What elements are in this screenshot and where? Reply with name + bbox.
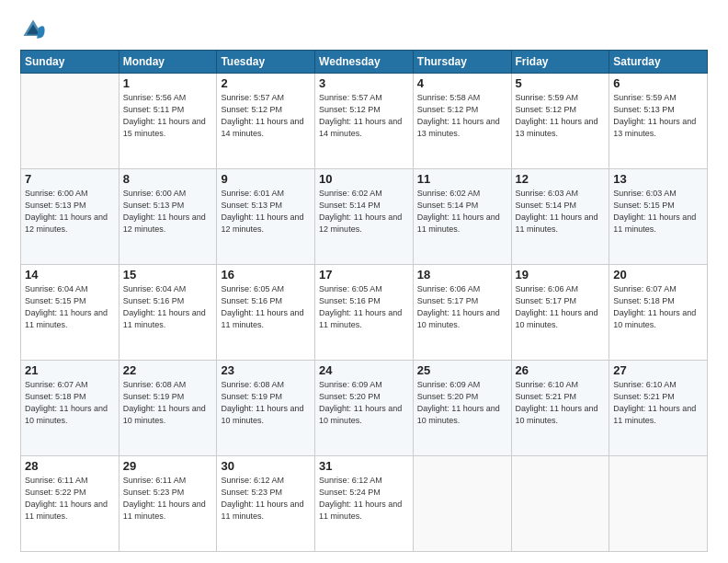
day-detail: Sunrise: 6:12 AMSunset: 5:23 PMDaylight:… — [221, 475, 311, 523]
day-detail: Sunrise: 6:00 AMSunset: 5:13 PMDaylight:… — [123, 188, 213, 236]
day-detail: Sunrise: 5:57 AMSunset: 5:12 PMDaylight:… — [319, 92, 409, 140]
day-detail: Sunrise: 6:02 AMSunset: 5:14 PMDaylight:… — [319, 188, 409, 236]
header — [20, 17, 708, 42]
day-detail: Sunrise: 6:12 AMSunset: 5:24 PMDaylight:… — [319, 475, 409, 523]
logo — [20, 17, 50, 42]
day-detail: Sunrise: 6:11 AMSunset: 5:22 PMDaylight:… — [25, 475, 115, 523]
calendar-week-row: 21Sunrise: 6:07 AMSunset: 5:18 PMDayligh… — [21, 361, 708, 456]
calendar-cell: 2Sunrise: 5:57 AMSunset: 5:12 PMDaylight… — [217, 74, 315, 169]
calendar-cell: 13Sunrise: 6:03 AMSunset: 5:15 PMDayligh… — [609, 169, 708, 265]
day-number: 12 — [516, 172, 606, 186]
day-number: 26 — [516, 363, 606, 377]
day-detail: Sunrise: 6:10 AMSunset: 5:21 PMDaylight:… — [613, 379, 703, 427]
calendar-cell — [413, 456, 511, 552]
calendar-week-row: 28Sunrise: 6:11 AMSunset: 5:22 PMDayligh… — [21, 456, 708, 552]
day-number: 1 — [123, 76, 213, 90]
calendar-cell — [511, 456, 609, 552]
day-number: 29 — [123, 459, 213, 473]
day-number: 18 — [417, 268, 507, 282]
day-number: 2 — [221, 76, 311, 90]
weekday-header: Saturday — [609, 51, 708, 74]
day-detail: Sunrise: 6:08 AMSunset: 5:19 PMDaylight:… — [221, 379, 311, 427]
calendar-cell: 23Sunrise: 6:08 AMSunset: 5:19 PMDayligh… — [217, 361, 315, 456]
day-detail: Sunrise: 6:05 AMSunset: 5:16 PMDaylight:… — [221, 283, 311, 331]
day-detail: Sunrise: 6:07 AMSunset: 5:18 PMDaylight:… — [613, 283, 703, 331]
day-detail: Sunrise: 6:00 AMSunset: 5:13 PMDaylight:… — [25, 188, 115, 236]
calendar-cell: 22Sunrise: 6:08 AMSunset: 5:19 PMDayligh… — [119, 361, 217, 456]
day-number: 28 — [25, 459, 115, 473]
logo-icon — [20, 17, 46, 42]
day-number: 15 — [123, 268, 213, 282]
day-detail: Sunrise: 6:03 AMSunset: 5:15 PMDaylight:… — [613, 188, 703, 236]
calendar-cell: 12Sunrise: 6:03 AMSunset: 5:14 PMDayligh… — [511, 169, 609, 265]
day-number: 27 — [613, 363, 703, 377]
calendar-cell: 16Sunrise: 6:05 AMSunset: 5:16 PMDayligh… — [217, 265, 315, 361]
day-number: 7 — [25, 172, 115, 186]
day-detail: Sunrise: 6:04 AMSunset: 5:15 PMDaylight:… — [25, 283, 115, 331]
calendar-cell: 29Sunrise: 6:11 AMSunset: 5:23 PMDayligh… — [119, 456, 217, 552]
day-number: 4 — [417, 76, 507, 90]
calendar-cell: 19Sunrise: 6:06 AMSunset: 5:17 PMDayligh… — [511, 265, 609, 361]
day-number: 20 — [613, 268, 703, 282]
day-number: 3 — [319, 76, 409, 90]
day-detail: Sunrise: 6:03 AMSunset: 5:14 PMDaylight:… — [516, 188, 606, 236]
calendar-week-row: 1Sunrise: 5:56 AMSunset: 5:11 PMDaylight… — [21, 74, 708, 169]
day-number: 19 — [516, 268, 606, 282]
day-number: 6 — [613, 76, 703, 90]
calendar-cell: 7Sunrise: 6:00 AMSunset: 5:13 PMDaylight… — [21, 169, 119, 265]
calendar-cell: 4Sunrise: 5:58 AMSunset: 5:12 PMDaylight… — [413, 74, 511, 169]
day-detail: Sunrise: 5:59 AMSunset: 5:12 PMDaylight:… — [516, 92, 606, 140]
day-number: 25 — [417, 363, 507, 377]
calendar-cell — [21, 74, 119, 169]
calendar-cell: 24Sunrise: 6:09 AMSunset: 5:20 PMDayligh… — [315, 361, 414, 456]
page: SundayMondayTuesdayWednesdayThursdayFrid… — [0, 0, 728, 563]
day-detail: Sunrise: 5:56 AMSunset: 5:11 PMDaylight:… — [123, 92, 213, 140]
day-detail: Sunrise: 6:11 AMSunset: 5:23 PMDaylight:… — [123, 475, 213, 523]
day-detail: Sunrise: 6:08 AMSunset: 5:19 PMDaylight:… — [123, 379, 213, 427]
day-detail: Sunrise: 5:57 AMSunset: 5:12 PMDaylight:… — [221, 92, 311, 140]
day-number: 13 — [613, 172, 703, 186]
day-detail: Sunrise: 6:01 AMSunset: 5:13 PMDaylight:… — [221, 188, 311, 236]
day-detail: Sunrise: 6:07 AMSunset: 5:18 PMDaylight:… — [25, 379, 115, 427]
calendar-cell: 28Sunrise: 6:11 AMSunset: 5:22 PMDayligh… — [21, 456, 119, 552]
calendar-cell: 10Sunrise: 6:02 AMSunset: 5:14 PMDayligh… — [315, 169, 414, 265]
weekday-header: Thursday — [413, 51, 511, 74]
calendar-cell: 5Sunrise: 5:59 AMSunset: 5:12 PMDaylight… — [511, 74, 609, 169]
day-number: 21 — [25, 363, 115, 377]
calendar-cell: 11Sunrise: 6:02 AMSunset: 5:14 PMDayligh… — [413, 169, 511, 265]
calendar-week-row: 7Sunrise: 6:00 AMSunset: 5:13 PMDaylight… — [21, 169, 708, 265]
day-detail: Sunrise: 6:06 AMSunset: 5:17 PMDaylight:… — [516, 283, 606, 331]
calendar-cell: 1Sunrise: 5:56 AMSunset: 5:11 PMDaylight… — [119, 74, 217, 169]
day-number: 10 — [319, 172, 409, 186]
day-number: 14 — [25, 268, 115, 282]
day-number: 11 — [417, 172, 507, 186]
calendar-cell: 27Sunrise: 6:10 AMSunset: 5:21 PMDayligh… — [609, 361, 708, 456]
calendar-cell: 15Sunrise: 6:04 AMSunset: 5:16 PMDayligh… — [119, 265, 217, 361]
day-detail: Sunrise: 5:59 AMSunset: 5:13 PMDaylight:… — [613, 92, 703, 140]
calendar-cell: 20Sunrise: 6:07 AMSunset: 5:18 PMDayligh… — [609, 265, 708, 361]
calendar-cell: 18Sunrise: 6:06 AMSunset: 5:17 PMDayligh… — [413, 265, 511, 361]
day-number: 22 — [123, 363, 213, 377]
day-detail: Sunrise: 5:58 AMSunset: 5:12 PMDaylight:… — [417, 92, 507, 140]
calendar-week-row: 14Sunrise: 6:04 AMSunset: 5:15 PMDayligh… — [21, 265, 708, 361]
weekday-header: Sunday — [21, 51, 119, 74]
weekday-header: Tuesday — [217, 51, 315, 74]
weekday-header: Monday — [119, 51, 217, 74]
calendar-cell: 14Sunrise: 6:04 AMSunset: 5:15 PMDayligh… — [21, 265, 119, 361]
day-number: 23 — [221, 363, 311, 377]
day-number: 8 — [123, 172, 213, 186]
day-number: 9 — [221, 172, 311, 186]
calendar-cell: 3Sunrise: 5:57 AMSunset: 5:12 PMDaylight… — [315, 74, 414, 169]
calendar-cell — [609, 456, 708, 552]
weekday-header: Friday — [511, 51, 609, 74]
calendar-cell: 31Sunrise: 6:12 AMSunset: 5:24 PMDayligh… — [315, 456, 414, 552]
calendar-cell: 30Sunrise: 6:12 AMSunset: 5:23 PMDayligh… — [217, 456, 315, 552]
calendar-table: SundayMondayTuesdayWednesdayThursdayFrid… — [20, 50, 708, 552]
day-detail: Sunrise: 6:06 AMSunset: 5:17 PMDaylight:… — [417, 283, 507, 331]
day-number: 16 — [221, 268, 311, 282]
calendar-cell: 6Sunrise: 5:59 AMSunset: 5:13 PMDaylight… — [609, 74, 708, 169]
calendar-cell: 9Sunrise: 6:01 AMSunset: 5:13 PMDaylight… — [217, 169, 315, 265]
day-number: 30 — [221, 459, 311, 473]
day-number: 5 — [516, 76, 606, 90]
calendar-cell: 25Sunrise: 6:09 AMSunset: 5:20 PMDayligh… — [413, 361, 511, 456]
